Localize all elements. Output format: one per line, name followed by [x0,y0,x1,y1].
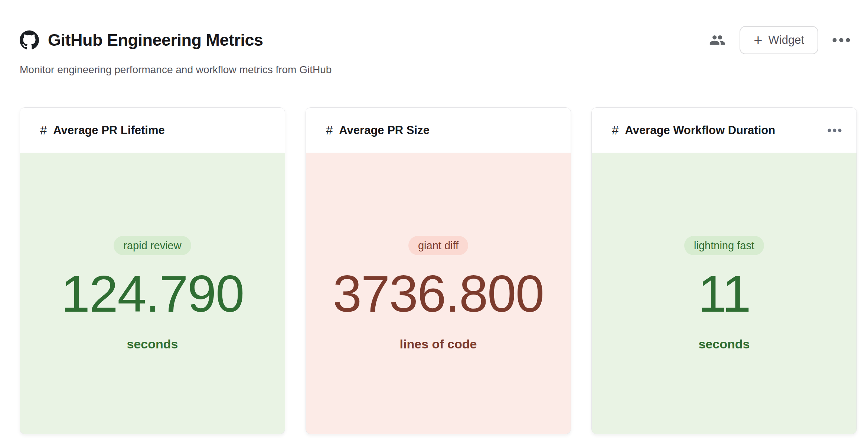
plus-icon: + [754,33,762,48]
status-badge: rapid review [114,236,191,255]
hash-icon: # [612,123,619,137]
card-header[interactable]: # Average Workflow Duration [592,108,856,153]
card-body: lightning fast 11 seconds [592,153,856,434]
metric-card-average-pr-size: # Average PR Size giant diff 3736.800 li… [306,107,571,434]
github-logo-icon [20,30,39,50]
widget-grid: # Average PR Lifetime rapid review 124.7… [0,107,868,434]
metric-card-average-pr-lifetime: # Average PR Lifetime rapid review 124.7… [20,107,285,434]
card-title: Average PR Lifetime [53,124,256,137]
metric-card-average-workflow-duration: # Average Workflow Duration lightning fa… [591,107,857,434]
metric-value: 124.790 [61,268,244,320]
status-badge: lightning fast [684,236,764,255]
more-horizontal-icon[interactable] [832,38,850,42]
card-title: Average Workflow Duration [625,124,828,137]
metric-unit: seconds [699,337,750,351]
add-widget-button[interactable]: + Widget [740,26,818,54]
add-widget-label: Widget [769,33,804,47]
dashboard-header: GitHub Engineering Metrics + Widget [0,0,868,54]
people-icon[interactable] [709,32,725,48]
metric-unit: lines of code [400,337,477,351]
card-body: rapid review 124.790 seconds [20,153,285,434]
card-body: giant diff 3736.800 lines of code [306,153,571,434]
status-badge: giant diff [408,236,468,255]
hash-icon: # [326,123,333,137]
page-title: GitHub Engineering Metrics [48,30,263,50]
card-header[interactable]: # Average PR Lifetime [20,108,285,153]
hash-icon: # [40,123,47,137]
title-row: GitHub Engineering Metrics [20,30,263,50]
metric-unit: seconds [127,337,178,351]
page-subtitle: Monitor engineering performance and work… [0,64,868,76]
metric-value: 11 [698,268,750,320]
header-left: GitHub Engineering Metrics [20,30,263,50]
header-actions: + Widget [709,26,850,54]
card-menu-button[interactable] [828,129,842,132]
metric-value: 3736.800 [333,268,544,320]
card-title: Average PR Size [339,124,542,137]
card-header[interactable]: # Average PR Size [306,108,571,153]
